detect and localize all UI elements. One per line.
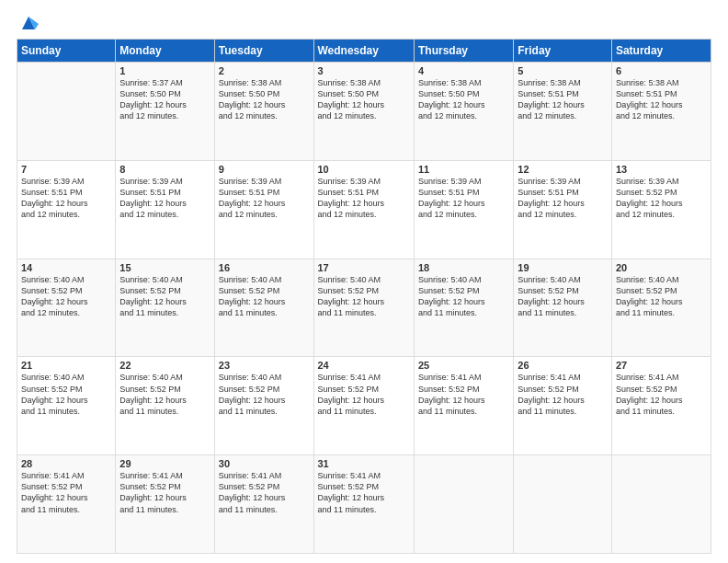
calendar-cell: 5Sunrise: 5:38 AM Sunset: 5:51 PM Daylig… <box>514 63 612 161</box>
day-info: Sunrise: 5:41 AM Sunset: 5:52 PM Dayligh… <box>21 470 111 515</box>
day-info: Sunrise: 5:39 AM Sunset: 5:51 PM Dayligh… <box>418 176 509 221</box>
day-number: 25 <box>418 360 509 371</box>
day-info: Sunrise: 5:40 AM Sunset: 5:52 PM Dayligh… <box>418 274 509 319</box>
day-info: Sunrise: 5:40 AM Sunset: 5:52 PM Dayligh… <box>21 372 111 417</box>
header-monday: Monday <box>116 40 214 63</box>
calendar-cell: 12Sunrise: 5:39 AM Sunset: 5:51 PM Dayli… <box>514 160 612 259</box>
calendar-week-row: 28Sunrise: 5:41 AM Sunset: 5:52 PM Dayli… <box>17 455 711 554</box>
day-info: Sunrise: 5:39 AM Sunset: 5:51 PM Dayligh… <box>21 176 111 221</box>
calendar-cell: 3Sunrise: 5:38 AM Sunset: 5:50 PM Daylig… <box>313 63 414 161</box>
header-sunday: Sunday <box>17 40 116 63</box>
calendar-cell <box>414 455 513 554</box>
day-number: 15 <box>119 262 210 273</box>
calendar-cell: 21Sunrise: 5:40 AM Sunset: 5:52 PM Dayli… <box>17 357 116 455</box>
calendar-cell: 24Sunrise: 5:41 AM Sunset: 5:52 PM Dayli… <box>313 357 414 455</box>
page: SundayMondayTuesdayWednesdayThursdayFrid… <box>0 0 728 563</box>
day-number: 28 <box>21 458 111 469</box>
header-thursday: Thursday <box>414 40 513 63</box>
calendar-header-row: SundayMondayTuesdayWednesdayThursdayFrid… <box>17 40 711 63</box>
calendar-cell: 9Sunrise: 5:39 AM Sunset: 5:51 PM Daylig… <box>214 160 313 259</box>
calendar-cell: 13Sunrise: 5:39 AM Sunset: 5:52 PM Dayli… <box>611 160 711 259</box>
day-number: 9 <box>219 164 310 175</box>
day-info: Sunrise: 5:40 AM Sunset: 5:52 PM Dayligh… <box>318 274 410 319</box>
header-wednesday: Wednesday <box>313 40 414 63</box>
day-info: Sunrise: 5:41 AM Sunset: 5:52 PM Dayligh… <box>318 470 410 515</box>
calendar-cell: 14Sunrise: 5:40 AM Sunset: 5:52 PM Dayli… <box>17 259 116 357</box>
day-info: Sunrise: 5:40 AM Sunset: 5:52 PM Dayligh… <box>219 372 310 417</box>
calendar-week-row: 14Sunrise: 5:40 AM Sunset: 5:52 PM Dayli… <box>17 259 711 357</box>
calendar-week-row: 1Sunrise: 5:37 AM Sunset: 5:50 PM Daylig… <box>17 63 711 161</box>
calendar-cell: 27Sunrise: 5:41 AM Sunset: 5:52 PM Dayli… <box>611 357 711 455</box>
calendar-cell: 19Sunrise: 5:40 AM Sunset: 5:52 PM Dayli… <box>514 259 612 357</box>
calendar-cell: 10Sunrise: 5:39 AM Sunset: 5:51 PM Dayli… <box>313 160 414 259</box>
calendar-cell: 28Sunrise: 5:41 AM Sunset: 5:52 PM Dayli… <box>17 455 116 554</box>
day-info: Sunrise: 5:38 AM Sunset: 5:51 PM Dayligh… <box>518 77 608 122</box>
header-saturday: Saturday <box>611 40 711 63</box>
day-number: 13 <box>616 164 707 175</box>
day-info: Sunrise: 5:40 AM Sunset: 5:52 PM Dayligh… <box>119 372 210 417</box>
day-number: 5 <box>518 65 608 76</box>
calendar-cell: 7Sunrise: 5:39 AM Sunset: 5:51 PM Daylig… <box>17 160 116 259</box>
day-info: Sunrise: 5:41 AM Sunset: 5:52 PM Dayligh… <box>318 372 410 417</box>
calendar-cell <box>514 455 612 554</box>
day-info: Sunrise: 5:40 AM Sunset: 5:52 PM Dayligh… <box>119 274 210 319</box>
day-info: Sunrise: 5:41 AM Sunset: 5:52 PM Dayligh… <box>219 470 310 515</box>
header-tuesday: Tuesday <box>214 40 313 63</box>
calendar-cell: 22Sunrise: 5:40 AM Sunset: 5:52 PM Dayli… <box>116 357 214 455</box>
day-info: Sunrise: 5:41 AM Sunset: 5:52 PM Dayligh… <box>616 372 707 417</box>
calendar-cell: 29Sunrise: 5:41 AM Sunset: 5:52 PM Dayli… <box>116 455 214 554</box>
calendar-cell: 16Sunrise: 5:40 AM Sunset: 5:52 PM Dayli… <box>214 259 313 357</box>
day-number: 18 <box>418 262 509 273</box>
calendar-cell: 15Sunrise: 5:40 AM Sunset: 5:52 PM Dayli… <box>116 259 214 357</box>
calendar-week-row: 7Sunrise: 5:39 AM Sunset: 5:51 PM Daylig… <box>17 160 711 259</box>
day-info: Sunrise: 5:37 AM Sunset: 5:50 PM Dayligh… <box>119 77 210 122</box>
day-number: 24 <box>318 360 410 371</box>
calendar-cell: 23Sunrise: 5:40 AM Sunset: 5:52 PM Dayli… <box>214 357 313 455</box>
day-number: 6 <box>616 65 707 76</box>
calendar-week-row: 21Sunrise: 5:40 AM Sunset: 5:52 PM Dayli… <box>17 357 711 455</box>
day-number: 22 <box>119 360 210 371</box>
day-number: 30 <box>219 458 310 469</box>
day-info: Sunrise: 5:41 AM Sunset: 5:52 PM Dayligh… <box>518 372 608 417</box>
calendar-cell: 18Sunrise: 5:40 AM Sunset: 5:52 PM Dayli… <box>414 259 513 357</box>
calendar-cell: 25Sunrise: 5:41 AM Sunset: 5:52 PM Dayli… <box>414 357 513 455</box>
day-number: 17 <box>318 262 410 273</box>
calendar-cell: 30Sunrise: 5:41 AM Sunset: 5:52 PM Dayli… <box>214 455 313 554</box>
day-info: Sunrise: 5:41 AM Sunset: 5:52 PM Dayligh… <box>119 470 210 515</box>
day-info: Sunrise: 5:39 AM Sunset: 5:51 PM Dayligh… <box>518 176 608 221</box>
day-number: 7 <box>21 164 111 175</box>
day-number: 3 <box>318 65 410 76</box>
day-number: 20 <box>616 262 707 273</box>
day-info: Sunrise: 5:38 AM Sunset: 5:50 PM Dayligh… <box>318 77 410 122</box>
calendar-cell: 2Sunrise: 5:38 AM Sunset: 5:50 PM Daylig… <box>214 63 313 161</box>
day-info: Sunrise: 5:40 AM Sunset: 5:52 PM Dayligh… <box>21 274 111 319</box>
calendar-cell: 6Sunrise: 5:38 AM Sunset: 5:51 PM Daylig… <box>611 63 711 161</box>
day-info: Sunrise: 5:40 AM Sunset: 5:52 PM Dayligh… <box>616 274 707 319</box>
day-info: Sunrise: 5:38 AM Sunset: 5:50 PM Dayligh… <box>418 77 509 122</box>
day-number: 12 <box>518 164 608 175</box>
day-info: Sunrise: 5:39 AM Sunset: 5:51 PM Dayligh… <box>119 176 210 221</box>
day-number: 4 <box>418 65 509 76</box>
day-info: Sunrise: 5:39 AM Sunset: 5:52 PM Dayligh… <box>616 176 707 221</box>
day-number: 29 <box>119 458 210 469</box>
calendar-cell <box>611 455 711 554</box>
calendar-cell: 1Sunrise: 5:37 AM Sunset: 5:50 PM Daylig… <box>116 63 214 161</box>
header-friday: Friday <box>514 40 612 63</box>
calendar-cell: 8Sunrise: 5:39 AM Sunset: 5:51 PM Daylig… <box>116 160 214 259</box>
day-number: 31 <box>318 458 410 469</box>
day-number: 23 <box>219 360 310 371</box>
day-info: Sunrise: 5:38 AM Sunset: 5:51 PM Dayligh… <box>616 77 707 122</box>
day-number: 8 <box>119 164 210 175</box>
calendar-cell: 11Sunrise: 5:39 AM Sunset: 5:51 PM Dayli… <box>414 160 513 259</box>
day-number: 1 <box>119 65 210 76</box>
day-info: Sunrise: 5:41 AM Sunset: 5:52 PM Dayligh… <box>418 372 509 417</box>
day-number: 2 <box>219 65 310 76</box>
day-number: 27 <box>616 360 707 371</box>
day-number: 26 <box>518 360 608 371</box>
day-number: 14 <box>21 262 111 273</box>
logo <box>17 17 39 31</box>
calendar-cell: 4Sunrise: 5:38 AM Sunset: 5:50 PM Daylig… <box>414 63 513 161</box>
day-number: 19 <box>518 262 608 273</box>
logo-icon <box>18 13 39 33</box>
day-info: Sunrise: 5:39 AM Sunset: 5:51 PM Dayligh… <box>219 176 310 221</box>
